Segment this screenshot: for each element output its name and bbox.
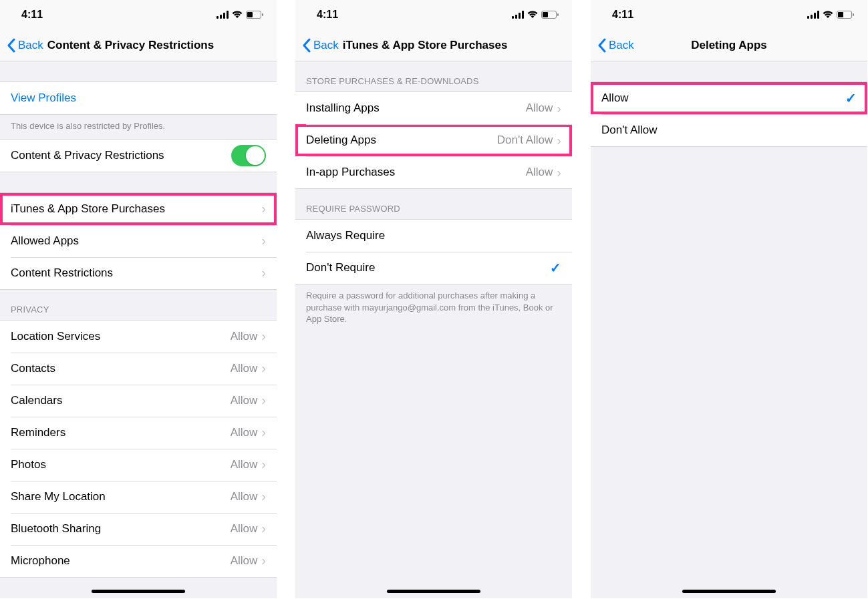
status-bar: 4:11: [0, 0, 277, 29]
profiles-note: This device is also restricted by Profil…: [0, 115, 277, 139]
status-time: 4:11: [612, 9, 633, 21]
profiles-section: View Profiles: [0, 81, 277, 115]
chevron-right-icon: ›: [261, 425, 266, 440]
svg-rect-5: [247, 12, 253, 17]
screen-content-privacy: 4:11 Back Content & Privacy Restrictions…: [0, 0, 277, 598]
chevron-right-icon: ›: [261, 329, 266, 344]
cellular-icon: [512, 11, 524, 19]
microphone-row[interactable]: MicrophoneAllow›: [0, 545, 277, 577]
options-section: Allow✓ Don't Allow: [591, 81, 867, 147]
allowed-apps-row[interactable]: Allowed Apps ›: [0, 225, 277, 257]
dont-allow-row[interactable]: Don't Allow: [591, 114, 867, 146]
status-time: 4:11: [21, 9, 43, 21]
store-section: Installing AppsAllow› Deleting AppsDon't…: [295, 91, 572, 189]
location-services-row[interactable]: Location ServicesAllow›: [0, 321, 277, 353]
itunes-appstore-row[interactable]: iTunes & App Store Purchases ›: [0, 193, 277, 225]
nav-bar: Back iTunes & App Store Purchases: [295, 29, 572, 61]
wifi-icon: [527, 11, 538, 19]
row-label: iTunes & App Store Purchases: [11, 202, 261, 216]
chevron-right-icon: ›: [557, 165, 561, 180]
status-bar: 4:11: [295, 0, 572, 29]
content-area: Allow✓ Don't Allow: [591, 61, 867, 147]
status-icons: [512, 11, 559, 19]
svg-rect-17: [817, 11, 819, 19]
photos-row[interactable]: PhotosAllow›: [0, 449, 277, 481]
chevron-right-icon: ›: [261, 457, 266, 472]
store-header: STORE PURCHASES & RE-DOWNLOADS: [295, 61, 572, 91]
toggle-section: Content & Privacy Restrictions: [0, 139, 277, 172]
chevron-right-icon: ›: [261, 489, 266, 504]
view-profiles-row[interactable]: View Profiles: [0, 82, 277, 114]
svg-rect-12: [543, 12, 548, 17]
restrictions-toggle-row[interactable]: Content & Privacy Restrictions: [0, 140, 277, 172]
chevron-right-icon: ›: [261, 521, 266, 536]
password-section: Always Require Don't Require✓: [295, 219, 572, 284]
home-indicator[interactable]: [92, 590, 185, 593]
allow-row[interactable]: Allow✓: [591, 82, 867, 114]
chevron-right-icon: ›: [557, 133, 561, 148]
password-header: REQUIRE PASSWORD: [295, 189, 572, 219]
nav-bar: Back Deleting Apps: [591, 29, 867, 61]
chevron-right-icon: ›: [261, 233, 266, 248]
battery-icon: [541, 11, 559, 19]
chevron-right-icon: ›: [261, 201, 266, 216]
svg-rect-2: [223, 13, 225, 19]
always-require-row[interactable]: Always Require: [295, 220, 572, 252]
view-profiles-link: View Profiles: [11, 91, 76, 105]
restrictions-toggle[interactable]: [231, 145, 266, 166]
screen-deleting-apps: 4:11 Back Deleting Apps Allow✓ Don't All…: [591, 0, 867, 598]
status-time: 4:11: [317, 9, 338, 21]
svg-rect-3: [227, 11, 229, 19]
main-rows-section: iTunes & App Store Purchases › Allowed A…: [0, 192, 277, 290]
status-icons: [807, 11, 854, 19]
svg-rect-10: [522, 11, 524, 19]
home-indicator[interactable]: [682, 590, 776, 593]
chevron-right-icon: ›: [261, 393, 266, 408]
cellular-icon: [216, 11, 229, 19]
chevron-right-icon: ›: [261, 361, 266, 376]
svg-rect-20: [853, 13, 854, 16]
dont-require-row[interactable]: Don't Require✓: [295, 252, 572, 284]
back-button[interactable]: Back: [597, 38, 634, 53]
reminders-row[interactable]: RemindersAllow›: [0, 417, 277, 449]
checkmark-icon: ✓: [845, 90, 857, 106]
back-button[interactable]: Back: [302, 38, 339, 53]
content-area: STORE PURCHASES & RE-DOWNLOADS Installin…: [295, 61, 572, 332]
chevron-right-icon: ›: [261, 553, 266, 568]
svg-rect-7: [512, 16, 514, 19]
status-icons: [216, 11, 263, 19]
svg-rect-15: [811, 15, 813, 19]
svg-rect-13: [557, 13, 559, 16]
svg-rect-19: [838, 12, 843, 17]
battery-icon: [246, 11, 263, 19]
toggle-label: Content & Privacy Restrictions: [11, 149, 231, 162]
privacy-header: PRIVACY: [0, 290, 277, 320]
contacts-row[interactable]: ContactsAllow›: [0, 353, 277, 385]
svg-rect-14: [807, 16, 809, 19]
svg-rect-6: [262, 13, 263, 16]
svg-rect-9: [519, 13, 521, 19]
content-restrictions-row[interactable]: Content Restrictions ›: [0, 257, 277, 289]
chevron-left-icon: [7, 38, 15, 53]
privacy-section: Location ServicesAllow› ContactsAllow› C…: [0, 320, 277, 578]
installing-apps-row[interactable]: Installing AppsAllow›: [295, 92, 572, 124]
cellular-icon: [807, 11, 819, 19]
wifi-icon: [232, 11, 243, 19]
bluetooth-row[interactable]: Bluetooth SharingAllow›: [0, 513, 277, 545]
back-button[interactable]: Back: [7, 38, 43, 53]
deleting-apps-row[interactable]: Deleting AppsDon't Allow›: [295, 124, 572, 156]
content-area: View Profiles This device is also restri…: [0, 61, 277, 578]
chevron-left-icon: [302, 38, 311, 53]
nav-title: iTunes & App Store Purchases: [343, 39, 508, 52]
inapp-purchases-row[interactable]: In-app PurchasesAllow›: [295, 156, 572, 188]
password-footer: Require a password for additional purcha…: [295, 284, 572, 332]
chevron-right-icon: ›: [261, 265, 266, 280]
checkmark-icon: ✓: [550, 260, 561, 276]
status-bar: 4:11: [591, 0, 867, 29]
screen-itunes-appstore: 4:11 Back iTunes & App Store Purchases S…: [295, 0, 572, 598]
share-location-row[interactable]: Share My LocationAllow›: [0, 481, 277, 513]
home-indicator[interactable]: [387, 590, 480, 593]
battery-icon: [837, 11, 854, 19]
nav-title: Content & Privacy Restrictions: [47, 39, 214, 52]
calendars-row[interactable]: CalendarsAllow›: [0, 385, 277, 417]
